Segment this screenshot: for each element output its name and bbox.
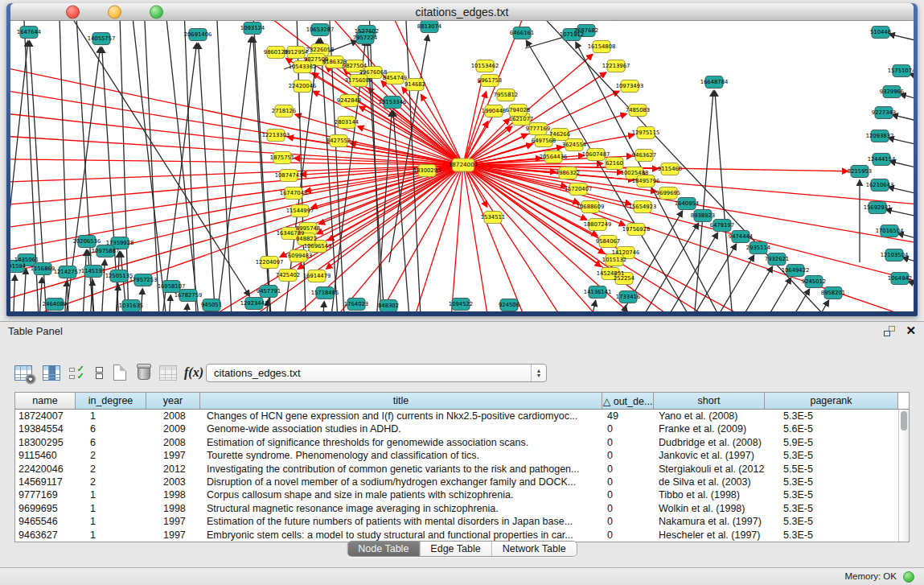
table-cell[interactable]: Estimation of significance thresholds fo… — [200, 436, 602, 449]
table-cell[interactable]: Wolkin et al. (1998) — [654, 502, 765, 515]
row-height-button[interactable] — [88, 362, 109, 383]
new-column-button[interactable] — [109, 362, 130, 383]
table-cell[interactable]: 1997 — [146, 449, 200, 462]
table-row[interactable]: 1938455462009Genome-wide association stu… — [15, 422, 898, 435]
table-cell[interactable]: 5.9E-5 — [765, 436, 898, 449]
window-titlebar[interactable]: citations_edges.txt — [10, 3, 914, 21]
table-cell[interactable]: 14569117 — [15, 476, 76, 488]
table-cell[interactable]: 0 — [602, 449, 654, 462]
table-selector-dropdown[interactable]: citations_edges.txt ▲▼ — [206, 364, 547, 382]
table-cell[interactable]: 5.5E-5 — [765, 463, 898, 476]
table-cell[interactable]: 18724007 — [15, 410, 76, 422]
table-row[interactable]: 911546021997Tourette syndrome. Phenomeno… — [15, 449, 898, 462]
column-header-title[interactable]: title — [200, 393, 602, 409]
table-cell[interactable]: 0 — [602, 422, 654, 435]
table-cell[interactable]: 5.3E-5 — [765, 449, 898, 462]
show-columns-button[interactable] — [41, 362, 62, 383]
table-row[interactable]: 946554611997Estimation of the future num… — [15, 515, 898, 528]
table-row[interactable]: 1872400712008Changes of HCN gene express… — [15, 410, 898, 422]
table-cell[interactable]: 5.3E-5 — [765, 502, 898, 515]
table-cell[interactable]: 9777169 — [15, 488, 76, 501]
table-cell[interactable]: Hescheler et al. (1997) — [654, 529, 765, 542]
table-row[interactable]: 969969511998Structural magnetic resonanc… — [15, 502, 898, 515]
table-cell[interactable]: 18300295 — [15, 436, 76, 449]
table-row[interactable]: 1830029562008Estimation of significance … — [15, 436, 898, 449]
table-cell[interactable]: 5.3E-5 — [765, 488, 898, 501]
table-cell[interactable]: 1 — [76, 488, 146, 501]
table-cell[interactable]: 5.3E-5 — [765, 410, 898, 422]
table-cell[interactable]: 0 — [602, 529, 654, 542]
table-cell[interactable]: 5.6E-5 — [765, 422, 898, 435]
table-cell[interactable]: 9465546 — [15, 515, 76, 528]
table-cell[interactable]: Yano et al. (2008) — [654, 410, 765, 422]
table-cell[interactable]: 2 — [76, 449, 146, 462]
table-cell[interactable]: 1 — [76, 502, 146, 515]
network-graph[interactable]: 1647644140557572069140610931241065328715… — [10, 21, 914, 311]
tab-edge-table[interactable]: Edge Table — [419, 542, 491, 556]
table-cell[interactable]: 9115460 — [15, 449, 76, 462]
column-header-pagerank[interactable]: pagerank — [765, 393, 898, 409]
table-cell[interactable]: 2 — [76, 463, 146, 476]
scrollbar-thumb[interactable] — [901, 411, 907, 431]
table-cell[interactable]: 1 — [76, 529, 146, 542]
table-cell[interactable]: 1998 — [146, 488, 200, 501]
table-cell[interactable]: 6 — [76, 436, 146, 449]
column-header-indegree[interactable]: in_degree — [76, 393, 146, 409]
table-cell[interactable]: 0 — [602, 488, 654, 501]
table-cell[interactable]: Estimation of the future numbers of pati… — [200, 515, 602, 528]
column-header-name[interactable]: name — [15, 393, 76, 409]
table-cell[interactable]: 2012 — [146, 463, 200, 476]
table-cell[interactable]: 0 — [602, 436, 654, 449]
table-cell[interactable]: 2009 — [146, 422, 200, 435]
select-columns-button[interactable]: ✓✓ — [66, 362, 87, 383]
table-cell[interactable]: 2008 — [146, 436, 200, 449]
tab-network-table[interactable]: Network Table — [491, 542, 577, 556]
table-cell[interactable]: 1997 — [146, 529, 200, 542]
table-cell[interactable]: Disruption of a novel member of a sodium… — [200, 476, 602, 488]
table-cell[interactable]: Nakamura et al. (1997) — [654, 515, 765, 528]
float-panel-icon[interactable] — [884, 326, 895, 336]
table-cell[interactable]: 49 — [602, 410, 654, 422]
table-cell[interactable]: 5.3E-5 — [765, 529, 898, 542]
function-builder-button[interactable]: f(x) — [183, 362, 204, 383]
table-cell[interactable]: 5.3E-5 — [765, 515, 898, 528]
table-cell[interactable]: Stergiakouli et al. (2012) — [654, 463, 765, 476]
table-mode-button[interactable] — [13, 362, 34, 383]
tab-node-table[interactable]: Node Table — [347, 542, 419, 556]
table-row[interactable]: 946362711997Embryonic stem cells: a mode… — [15, 529, 898, 542]
table-scrollbar[interactable] — [898, 410, 909, 542]
table-cell[interactable]: Dudbridge et al. (2008) — [654, 436, 765, 449]
table-cell[interactable]: 2003 — [146, 476, 200, 488]
table-cell[interactable]: Tibbo et al. (1998) — [654, 488, 765, 501]
table-cell[interactable]: 22420046 — [15, 463, 76, 476]
table-row[interactable]: 2242004622012Investigating the contribut… — [15, 463, 898, 476]
table-cell[interactable]: 0 — [602, 502, 654, 515]
table-cell[interactable]: de Silva et al. (2003) — [654, 476, 765, 488]
table-cell[interactable]: 9699695 — [15, 502, 76, 515]
table-cell[interactable]: Changes of HCN gene expression and I(f) … — [200, 410, 602, 422]
table-cell[interactable]: Investigating the contribution of common… — [200, 463, 602, 476]
table-row[interactable]: 977716911998Corpus callosum shape and si… — [15, 488, 898, 501]
column-header-outde[interactable]: △ out_de... — [602, 393, 654, 409]
table-cell[interactable]: Structural magnetic resonance image aver… — [200, 502, 602, 515]
network-canvas[interactable]: 1647644140557572069140610931241065328715… — [10, 21, 914, 311]
table-cell[interactable]: Tourette syndrome. Phenomenology and cla… — [200, 449, 602, 462]
table-cell[interactable]: 1997 — [146, 515, 200, 528]
table-cell[interactable]: Franke et al. (2009) — [654, 422, 765, 435]
table-cell[interactable]: 1998 — [146, 502, 200, 515]
table-cell[interactable]: 2 — [76, 476, 146, 488]
column-header-short[interactable]: short — [654, 393, 765, 409]
table-cell[interactable]: Genome-wide association studies in ADHD. — [200, 422, 602, 435]
table-cell[interactable]: 19384554 — [15, 422, 76, 435]
table-cell[interactable]: 9463627 — [15, 529, 76, 542]
table-cell[interactable]: Jankovic et al. (1997) — [654, 449, 765, 462]
table-cell[interactable]: 0 — [602, 515, 654, 528]
table-cell[interactable]: 6 — [76, 422, 146, 435]
close-panel-icon[interactable]: ✕ — [906, 323, 916, 338]
table-row[interactable]: 1456911722003Disruption of a novel membe… — [15, 476, 898, 488]
table-cell[interactable]: 5.3E-5 — [765, 476, 898, 488]
table-cell[interactable]: Corpus callosum shape and size in male p… — [200, 488, 602, 501]
table-cell[interactable]: 0 — [602, 476, 654, 488]
table-cell[interactable]: Embryonic stem cells: a model to study s… — [200, 529, 602, 542]
delete-column-button[interactable] — [133, 362, 154, 383]
